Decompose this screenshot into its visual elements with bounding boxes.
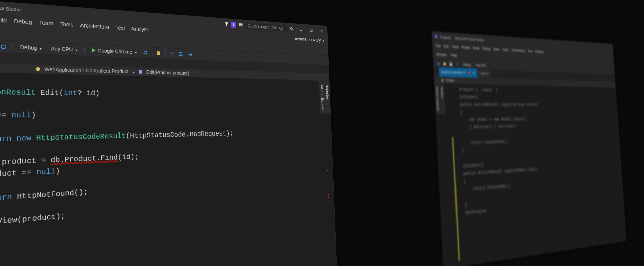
config-dropdown[interactable]: Debug bbox=[18, 43, 44, 52]
visual-studio-logo-icon bbox=[433, 34, 438, 40]
editor[interactable]: Server Explorer Toolbox ⊟ public ActionR… bbox=[0, 70, 338, 266]
tab-label: Aouth1Controller.cs* bbox=[441, 70, 466, 75]
vs-window-project2: Project2 · Microsoft Visual Studio File … bbox=[432, 31, 626, 266]
title-app: Microsoft Visual Studio bbox=[0, 3, 21, 12]
platform-dropdown[interactable]: Any CPU bbox=[474, 63, 488, 68]
title-project: Project2 bbox=[440, 35, 451, 40]
comment-icon[interactable]: ☰ bbox=[169, 51, 175, 57]
uncomment-icon[interactable]: ☰ bbox=[178, 51, 183, 57]
close-button[interactable] bbox=[317, 27, 326, 35]
code-area[interactable]: public ActionResult Edit(int? id) { if (… bbox=[0, 71, 338, 266]
editor[interactable]: Server Explorer Toolbox #region [ Login … bbox=[434, 83, 626, 266]
title-app: Microsoft Visual Studio bbox=[455, 36, 484, 42]
crumb-project[interactable]: kristian bbox=[446, 78, 455, 83]
chevron-down-icon bbox=[74, 47, 77, 53]
vs-window-webapplication1: WebApplication1 · Microsoft Visual Studi… bbox=[0, 0, 338, 266]
crumb-method[interactable]: Edit(Product product) bbox=[146, 69, 189, 76]
menu-file[interactable]: File bbox=[436, 43, 441, 48]
menu-help[interactable]: Help bbox=[451, 53, 457, 57]
menu-tools[interactable]: Tools bbox=[60, 21, 73, 28]
svg-rect-1 bbox=[310, 29, 312, 31]
menu-team[interactable]: Team bbox=[39, 19, 53, 26]
panel-properties[interactable]: Properties bbox=[324, 81, 330, 113]
config-dropdown[interactable]: Debug bbox=[462, 62, 472, 68]
csharp-project-icon: ▣ bbox=[441, 78, 444, 83]
find-in-files-icon[interactable] bbox=[156, 50, 162, 56]
chevron-down-icon bbox=[322, 38, 324, 43]
chevron-down-icon bbox=[38, 45, 42, 51]
menu-test[interactable]: Test bbox=[528, 49, 532, 53]
menu-debug[interactable]: Debug bbox=[482, 46, 491, 51]
open-icon[interactable]: 📁 bbox=[443, 61, 447, 66]
svg-rect-4 bbox=[157, 51, 160, 55]
tab-aouth1controller[interactable]: Aouth1Controller.cs* 📌 ✕ bbox=[439, 67, 478, 78]
tab-login[interactable]: Login.cs bbox=[477, 69, 491, 78]
menu-view[interactable]: View bbox=[452, 44, 458, 49]
menu-tools[interactable]: Tools bbox=[502, 47, 509, 52]
menu-team[interactable]: Team bbox=[493, 47, 500, 52]
menu-project[interactable]: Project bbox=[461, 45, 470, 50]
chevron-down-icon bbox=[134, 49, 137, 55]
feedback-icon[interactable] bbox=[238, 22, 243, 28]
svg-point-0 bbox=[290, 27, 292, 30]
close-tab-icon[interactable]: ✕ bbox=[472, 71, 476, 75]
quick-launch-input[interactable]: Quick Launch (Ctrl+Q) bbox=[245, 22, 288, 31]
class-icon bbox=[35, 66, 41, 72]
menu-build[interactable]: Build bbox=[473, 46, 479, 50]
redo-icon[interactable] bbox=[1, 43, 8, 50]
search-icon[interactable] bbox=[290, 26, 294, 31]
menu-test[interactable]: Test bbox=[115, 24, 125, 31]
code-area[interactable]: #region [ Login ] [HttpGet] public Actio… bbox=[454, 84, 626, 263]
crumb-class[interactable]: WebApplication1.Controllers.Product bbox=[44, 66, 128, 74]
maximize-button[interactable] bbox=[307, 26, 316, 34]
chevron-down-icon bbox=[132, 69, 135, 75]
notify-count[interactable]: 1 bbox=[231, 21, 236, 28]
play-icon bbox=[91, 48, 96, 53]
minimize-button[interactable] bbox=[296, 25, 305, 33]
svg-rect-7 bbox=[139, 70, 142, 74]
signed-in-user[interactable]: mostafa bouzary bbox=[292, 36, 324, 43]
undo-icon[interactable]: ↶ bbox=[455, 62, 459, 67]
save-icon[interactable]: 💾 bbox=[449, 62, 453, 66]
browser-refresh-icon[interactable] bbox=[143, 50, 148, 55]
run-button[interactable]: Google Chrome bbox=[89, 47, 139, 56]
menu-window[interactable]: Window bbox=[436, 52, 447, 57]
platform-dropdown[interactable]: Any CPU bbox=[49, 45, 80, 53]
menu-build[interactable]: Build bbox=[0, 16, 7, 24]
menu-analyze[interactable]: Analyze bbox=[535, 49, 544, 54]
nav-back-icon[interactable]: ◀ bbox=[436, 61, 440, 66]
indent-icon[interactable]: ⇥ bbox=[187, 52, 192, 57]
method-icon bbox=[138, 69, 143, 74]
menu-architecture[interactable]: Architecture bbox=[511, 48, 525, 53]
menu-analyze[interactable]: Analyze bbox=[131, 25, 149, 33]
pin-icon[interactable]: 📌 bbox=[468, 71, 471, 75]
menu-edit[interactable]: Edit bbox=[444, 44, 449, 49]
filter-icon[interactable] bbox=[224, 21, 229, 27]
menu-architecture[interactable]: Architecture bbox=[80, 22, 109, 30]
menu-debug[interactable]: Debug bbox=[14, 18, 32, 25]
tab-label: Login.cs bbox=[479, 71, 489, 76]
